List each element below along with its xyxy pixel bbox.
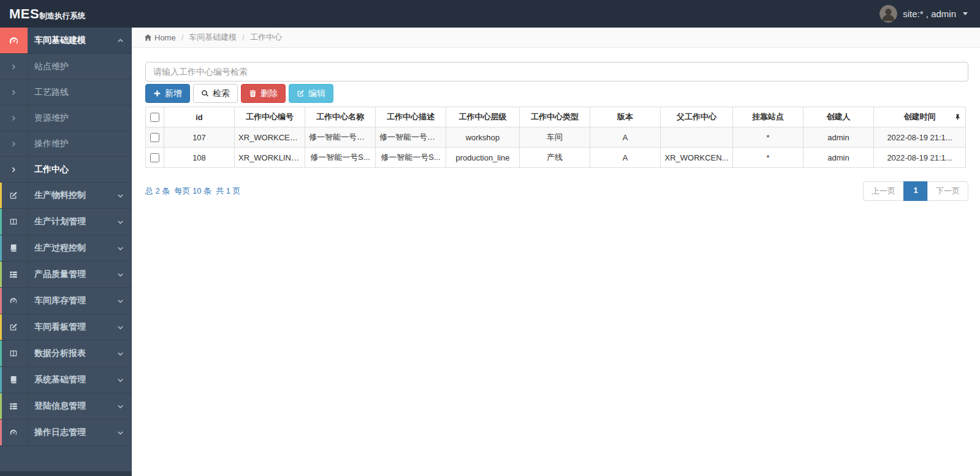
app-logo-main: MES <box>9 6 39 22</box>
cell-level: production_line <box>446 148 520 168</box>
cell-created-time: 2022-08-19 21:1... <box>874 148 966 168</box>
table-row[interactable]: 108 XR_WORKLINE... 修一智能一号S... 修一智能一号S...… <box>146 148 966 168</box>
cell-type: 产线 <box>520 148 590 168</box>
breadcrumb: Home / 车间基础建模 / 工作中心 <box>132 28 980 48</box>
chevron-down-icon <box>117 429 124 436</box>
sidebar-item-label: 产品质量管理 <box>28 269 117 280</box>
add-button-label: 新增 <box>165 88 182 99</box>
column-header-description: 工作中心描述 <box>376 107 446 127</box>
total-count: 总 2 条 <box>145 186 170 197</box>
breadcrumb-home[interactable]: Home <box>144 33 176 42</box>
sidebar-item-quality-management[interactable]: 产品质量管理 <box>0 262 132 288</box>
columns-icon <box>0 209 28 235</box>
delete-button[interactable]: 删除 <box>241 84 286 103</box>
cell-station: * <box>733 127 803 148</box>
sidebar-item-label: 生产物料控制 <box>28 190 117 201</box>
sidebar-item-operation-maintenance[interactable]: 操作维护 <box>0 131 132 157</box>
sidebar-item-operation-log[interactable]: 操作日志管理 <box>0 420 132 446</box>
add-button[interactable]: 新增 <box>145 84 190 103</box>
caret-down-icon <box>963 12 968 15</box>
breadcrumb-current: 工作中心 <box>250 32 282 43</box>
search-button[interactable]: 检索 <box>193 84 238 103</box>
color-strip <box>0 393 2 419</box>
next-page-button[interactable]: 下一页 <box>927 181 968 201</box>
sidebar-item-workshop-modeling[interactable]: 车间基础建模 <box>0 28 132 54</box>
user-label: site:* , admin <box>903 9 956 19</box>
pencil-square-icon <box>0 314 28 340</box>
chevron-down-icon <box>117 219 124 225</box>
sidebar-item-inventory-management[interactable]: 车间库存管理 <box>0 288 132 314</box>
sidebar-item-work-center[interactable]: 工作中心 <box>0 157 132 183</box>
sidebar-item-plan-management[interactable]: 生产计划管理 <box>0 209 132 235</box>
trash-icon <box>249 89 257 97</box>
sidebar-item-label: 操作维护 <box>28 138 132 149</box>
plus-icon <box>153 89 161 97</box>
th-list-icon <box>0 262 28 287</box>
chevron-right-icon <box>0 131 28 156</box>
color-strip <box>0 209 2 235</box>
chevron-up-icon <box>117 37 124 44</box>
top-navbar: MES制造执行系统 site:* , admin <box>0 0 980 28</box>
cell-parent <box>661 127 733 148</box>
sidebar-item-board-management[interactable]: 车间看板管理 <box>0 314 132 341</box>
dashboard-icon <box>0 420 28 445</box>
toolbar: 新增 检索 删除 编辑 <box>145 84 968 103</box>
sidebar-item-data-report[interactable]: 数据分析报表 <box>0 341 132 367</box>
column-header-code: 工作中心编号 <box>235 107 305 127</box>
select-all-checkbox[interactable] <box>150 113 159 122</box>
current-page-button[interactable]: 1 <box>903 181 928 201</box>
sidebar-item-resource-maintenance[interactable]: 资源维护 <box>0 105 132 131</box>
sidebar-item-label: 系统基础管理 <box>28 374 117 385</box>
breadcrumb-home-label: Home <box>154 33 176 42</box>
sidebar-item-label: 生产计划管理 <box>28 216 117 227</box>
cell-name: 修一智能一号车间 <box>305 127 376 148</box>
sidebar-item-process-control[interactable]: 生产过程控制 <box>0 235 132 262</box>
app-logo[interactable]: MES制造执行系统 <box>0 6 132 22</box>
row-checkbox[interactable] <box>150 153 159 162</box>
cell-code: XR_WORKLINE... <box>235 148 305 168</box>
sidebar-item-label: 车间看板管理 <box>28 322 117 333</box>
sidebar-item-label: 操作日志管理 <box>28 427 117 438</box>
prev-page-button[interactable]: 上一页 <box>863 181 904 201</box>
search-button-label: 检索 <box>213 88 230 99</box>
cell-creator: admin <box>803 127 874 148</box>
chevron-down-icon <box>117 350 124 357</box>
book-icon <box>0 367 28 393</box>
column-header-name: 工作中心名称 <box>305 107 376 127</box>
column-header-parent: 父工作中心 <box>661 107 733 127</box>
cell-id: 108 <box>164 148 235 168</box>
sidebar-item-system-management[interactable]: 系统基础管理 <box>0 367 132 393</box>
delete-button-label: 删除 <box>260 88 278 99</box>
sidebar-item-process-route[interactable]: 工艺路线 <box>0 80 132 105</box>
cell-type: 车间 <box>520 127 590 148</box>
columns-icon <box>0 341 28 366</box>
sidebar-item-label: 工艺路线 <box>28 87 132 98</box>
column-header-creator: 创建人 <box>803 107 874 127</box>
column-header-type: 工作中心类型 <box>520 107 590 127</box>
edit-button[interactable]: 编辑 <box>289 84 333 103</box>
cell-version: A <box>590 127 661 148</box>
breadcrumb-separator: / <box>242 33 245 42</box>
pin-icon[interactable] <box>954 114 961 121</box>
user-menu[interactable]: site:* , admin <box>879 5 980 23</box>
color-strip <box>0 367 2 393</box>
main-content: Home / 车间基础建模 / 工作中心 新增 检索 删除 编辑 <box>132 28 980 476</box>
chevron-right-icon <box>0 105 28 130</box>
cell-description: 修一智能一号S... <box>376 148 446 168</box>
color-strip <box>0 183 2 208</box>
sidebar-item-login-info[interactable]: 登陆信息管理 <box>0 393 132 420</box>
sidebar-item-label: 车间基础建模 <box>28 35 117 46</box>
color-strip <box>0 314 2 340</box>
search-input[interactable] <box>145 62 968 81</box>
row-checkbox[interactable] <box>150 133 159 142</box>
table-row[interactable]: 107 XR_WORKCEN... 修一智能一号车间 修一智能一号车间 work… <box>146 127 966 148</box>
edit-button-label: 编辑 <box>308 88 325 99</box>
chevron-down-icon <box>117 271 124 278</box>
sidebar-item-material-control[interactable]: 生产物料控制 <box>0 183 132 209</box>
sidebar-item-label: 资源维护 <box>28 113 132 124</box>
cell-level: workshop <box>446 127 520 148</box>
table-header-row: id 工作中心编号 工作中心名称 工作中心描述 工作中心层级 工作中心类型 版本… <box>146 107 966 127</box>
chevron-right-icon <box>0 54 28 79</box>
breadcrumb-item[interactable]: 车间基础建模 <box>189 32 237 43</box>
sidebar-item-site-maintenance[interactable]: 站点维护 <box>0 54 132 80</box>
